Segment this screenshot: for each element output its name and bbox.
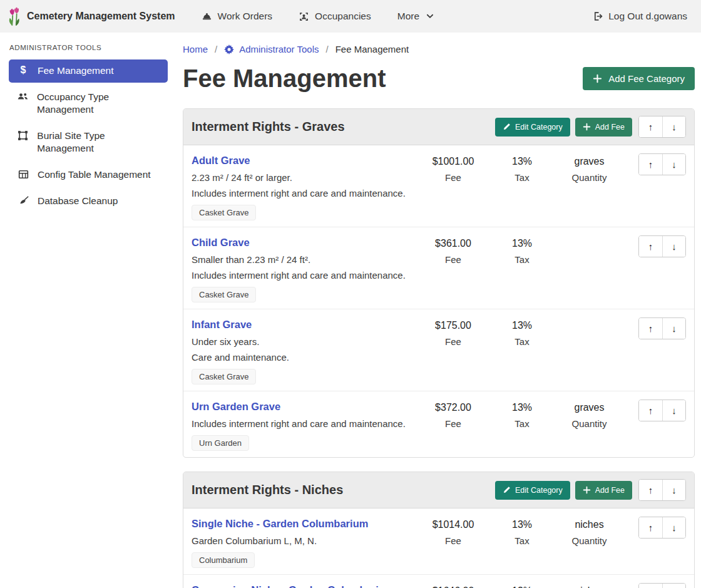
fee-description: Includes interment right and care and ma…: [192, 418, 412, 430]
fee-move-up-button[interactable]: ↑: [639, 236, 662, 257]
add-fee-category-button[interactable]: Add Fee Category: [583, 67, 695, 90]
edit-category-button[interactable]: Edit Category: [495, 118, 570, 137]
category-move-down-button[interactable]: ↓: [662, 480, 685, 500]
edit-category-button[interactable]: Edit Category: [495, 481, 570, 500]
broom-icon: [17, 195, 29, 206]
plus-icon: [593, 74, 602, 83]
breadcrumb-label: Home: [183, 44, 208, 54]
fee-category-cards: Interment Rights - GravesEdit CategoryAd…: [183, 108, 695, 588]
fee-move-down-button[interactable]: ↓: [662, 318, 685, 339]
category-move-up-button[interactable]: ↑: [639, 480, 662, 500]
fee-name-link[interactable]: Infant Grave: [192, 318, 252, 331]
hard-hat-icon: [202, 11, 212, 22]
fee-amount: $1001.00Fee: [412, 153, 494, 183]
fee-name-link[interactable]: Urn Garden Grave: [192, 400, 280, 413]
add-fee-label: Add Fee: [595, 486, 625, 495]
fee-type-badge: Casket Grave: [192, 205, 256, 220]
breadcrumb-home[interactable]: Home: [183, 44, 208, 54]
app-title: Cemetery Management System: [27, 11, 175, 22]
fee-tag-wrap: Casket Grave: [192, 367, 412, 384]
table-icon: [17, 169, 29, 180]
dollar-icon: $: [17, 65, 29, 75]
fee-move-down-button[interactable]: ↓: [662, 517, 685, 538]
tax-rate-value: 13%: [494, 155, 550, 168]
fee-description: Garden Columbarium L, M, N.: [192, 535, 412, 547]
quantity-unit: gravesQuantity: [550, 153, 628, 183]
fee-move-up-button[interactable]: ↑: [639, 517, 662, 538]
fee-description: Under six years.: [192, 336, 412, 348]
logout-link[interactable]: Log Out d.gowans: [593, 11, 687, 22]
tax-rate: 13%Tax: [494, 399, 550, 429]
tax-rate-value: 13%: [494, 319, 550, 332]
add-fee-button[interactable]: Add Fee: [575, 118, 632, 137]
fee-row: Child GraveSmaller than 2.23 m² / 24 ft²…: [183, 227, 694, 309]
page-title: Fee Management: [183, 63, 386, 93]
fee-move-up-button[interactable]: ↑: [639, 154, 662, 175]
category-move-up-button[interactable]: ↑: [639, 116, 662, 137]
fee-type-badge: Casket Grave: [192, 287, 256, 302]
fee-move-down-button[interactable]: ↓: [662, 236, 685, 257]
fee-move-down-button[interactable]: ↓: [662, 400, 685, 421]
sidebar-heading: ADMINISTRATOR TOOLS: [9, 44, 168, 51]
breadcrumb-label: Administrator Tools: [239, 44, 319, 54]
tax-rate: 13%Tax: [494, 317, 550, 347]
sidebar-item-database-cleanup[interactable]: Database Cleanup: [9, 190, 168, 213]
tax-rate: 13%Tax: [494, 516, 550, 546]
fee-name-link[interactable]: Adult Grave: [192, 154, 250, 167]
fee-tag-wrap: Casket Grave: [192, 203, 412, 220]
fee-category-card-interment-rights-graves: Interment Rights - GravesEdit CategoryAd…: [183, 108, 695, 458]
nav-item-occupancies[interactable]: Occupancies: [299, 11, 371, 22]
fee-row-arrows: ↑↓: [632, 317, 686, 339]
fee-amount-value: $1014.00: [412, 518, 494, 531]
fee-amount-value: $372.00: [412, 401, 494, 414]
fee-move-down-button[interactable]: ↓: [662, 584, 685, 588]
sidebar-item-fee-management[interactable]: $Fee Management: [9, 59, 168, 83]
fee-move-up-button[interactable]: ↑: [639, 584, 662, 588]
tax-rate: 13%Tax: [494, 153, 550, 183]
add-fee-category-label: Add Fee Category: [608, 73, 685, 84]
tax-rate-label: Tax: [494, 418, 550, 429]
breadcrumb-administrator-tools[interactable]: Administrator Tools: [224, 44, 319, 54]
fee-amount: $1014.00Fee: [412, 516, 494, 546]
fee-name-link[interactable]: Single Niche - Garden Columbarium: [192, 517, 368, 530]
tax-rate: 13%Tax: [494, 235, 550, 265]
fee-row: Urn Garden GraveIncludes interment right…: [183, 391, 694, 457]
fee-move-down-button[interactable]: ↓: [662, 154, 685, 175]
users-icon: [17, 91, 29, 101]
category-move-down-button[interactable]: ↓: [662, 116, 685, 137]
top-navbar: Cemetery Management System Work OrdersOc…: [0, 0, 701, 33]
fee-move-up-button[interactable]: ↑: [639, 400, 662, 421]
fee-move-up-button[interactable]: ↑: [639, 318, 662, 339]
quantity-unit-label: Quantity: [550, 418, 628, 429]
logout-label: Log Out d.gowans: [608, 11, 687, 22]
plus-icon: [583, 123, 591, 131]
breadcrumb: Home/Administrator Tools/Fee Management: [183, 44, 695, 54]
tax-rate-label: Tax: [494, 336, 550, 347]
nav-item-more[interactable]: More: [397, 11, 434, 22]
fee-reorder-group: ↑↓: [638, 153, 686, 175]
category-title: Interment Rights - Graves: [192, 120, 490, 134]
breadcrumb-label: Fee Management: [335, 44, 409, 54]
fee-reorder-group: ↑↓: [638, 583, 686, 588]
sidebar-item-label: Config Table Management: [38, 168, 151, 181]
fee-row-arrows: ↑↓: [632, 399, 686, 421]
sidebar-item-burial-site-type-management[interactable]: Burial Site Type Management: [9, 125, 168, 160]
edit-category-label: Edit Category: [515, 486, 563, 495]
fee-details: Companion Niche - Garden ColumbariumGard…: [192, 582, 412, 588]
logout-icon: [593, 11, 603, 21]
fee-name-link[interactable]: Companion Niche - Garden Columbarium: [192, 584, 394, 588]
fee-reorder-group: ↑↓: [638, 235, 686, 257]
fee-amount-label: Fee: [412, 254, 494, 265]
sidebar-items: $Fee ManagementOccupancy Type Management…: [9, 59, 168, 213]
fee-type-badge: Urn Garden: [192, 435, 249, 451]
add-fee-button[interactable]: Add Fee: [575, 481, 632, 500]
nav-item-work-orders[interactable]: Work Orders: [202, 11, 273, 22]
sidebar-item-config-table-management[interactable]: Config Table Management: [9, 163, 168, 187]
fee-type-badge: Columbarium: [192, 552, 255, 568]
sidebar-item-occupancy-type-management[interactable]: Occupancy Type Management: [9, 86, 168, 121]
app-brand[interactable]: Cemetery Management System: [8, 6, 175, 26]
fee-tag-wrap: Columbarium: [192, 550, 412, 568]
fee-type-badge: Casket Grave: [192, 369, 256, 384]
vector-square-icon: [17, 130, 29, 141]
fee-name-link[interactable]: Child Grave: [192, 236, 250, 249]
